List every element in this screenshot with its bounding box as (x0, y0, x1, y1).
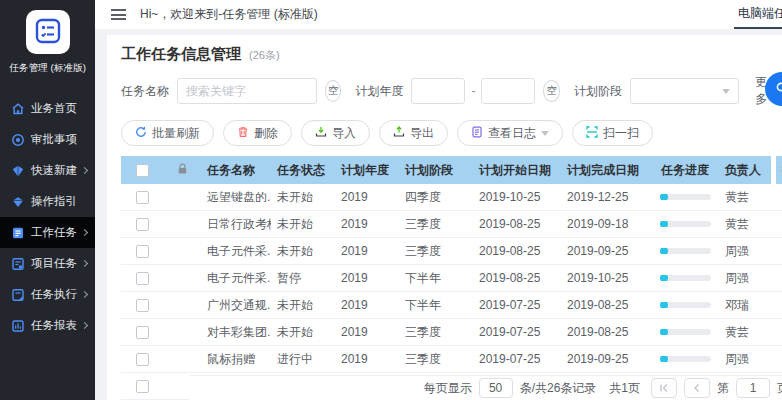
table-row: 对丰彩集团... 未开始 2019 三季度 2019-07-25 2019-08… (121, 319, 782, 346)
scan-icon (586, 126, 598, 141)
cell-action: 完成 (776, 243, 782, 260)
header-owner[interactable]: 负责人 (719, 162, 771, 179)
export-button[interactable]: 导出 (379, 120, 448, 146)
cell-status: 暂停 (271, 270, 335, 287)
sidebar-item-label: 快速新建 (31, 163, 77, 178)
row-select-cell (121, 353, 163, 366)
progress-dot (660, 275, 668, 281)
sidebar-nav: 业务首页 审批事项 快速新建 操作指引 (0, 93, 95, 341)
sidebar-logo-area: 任务管理 (标准版) (0, 0, 95, 83)
clear-task-name-button[interactable]: 空 (325, 80, 341, 102)
row-checkbox[interactable] (136, 380, 149, 393)
batch-refresh-button[interactable]: 批量刷新 (121, 120, 214, 146)
cell-action: 完成 (776, 297, 782, 314)
row-select-cell (121, 299, 163, 312)
sidebar-item-quick-create[interactable]: 快速新建 (0, 155, 95, 186)
clear-plan-year-button[interactable]: 空 (543, 80, 559, 102)
cell-year: 2019 (335, 298, 399, 312)
header-task-name[interactable]: 任务名称 (201, 162, 271, 179)
per-page-input[interactable] (479, 378, 513, 398)
plan-year-end-input[interactable] (481, 78, 535, 104)
plan-stage-select[interactable] (630, 78, 739, 104)
table-row: 鼠标捐赠 进行中 2019 三季度 2019-07-25 2019-09-25 … (121, 346, 782, 373)
cell-year: 2019 (335, 271, 399, 285)
row-checkbox[interactable] (136, 272, 149, 285)
header-progress[interactable]: 任务进度 (655, 162, 719, 179)
cell-task-name[interactable]: 日常行政考核 (201, 216, 271, 233)
tab-pc-task[interactable]: 电脑端任务 (734, 0, 782, 29)
cell-action: 完成 (776, 216, 782, 233)
header-plan-stage[interactable]: 计划阶段 (399, 162, 473, 179)
header-plan-year[interactable]: 计划年度 (335, 162, 399, 179)
cell-end-date: 2019-09-25 (561, 352, 655, 366)
prev-page-button[interactable] (684, 378, 710, 398)
cell-stage: 三季度 (399, 351, 473, 368)
page-suffix-label: 页 (777, 380, 782, 397)
row-checkbox[interactable] (136, 326, 149, 339)
delete-label: 删除 (254, 125, 278, 142)
cell-progress (655, 329, 719, 335)
topbar: Hi~，欢迎来到-任务管理 (标准版) 电脑端任务 (95, 0, 782, 30)
cell-start-date: 2019-08-25 (473, 244, 561, 258)
sidebar-item-guide[interactable]: 操作指引 (0, 186, 95, 217)
header-select-cell (121, 164, 163, 177)
table-body: 远望键盘的... 未开始 2019 四季度 2019-10-25 2019-12… (121, 184, 782, 400)
view-log-button[interactable]: 查看日志 (457, 120, 563, 146)
current-page-input[interactable] (736, 378, 770, 398)
refresh-icon (135, 126, 147, 141)
table-row: 远望键盘的... 未开始 2019 四季度 2019-10-25 2019-12… (121, 184, 782, 211)
task-name-input[interactable] (177, 78, 317, 104)
cell-progress (655, 356, 719, 362)
cell-year: 2019 (335, 217, 399, 231)
welcome-text: Hi~，欢迎来到-任务管理 (标准版) (140, 6, 318, 23)
log-document-icon (471, 126, 483, 141)
chevron-right-icon (81, 322, 88, 329)
row-checkbox[interactable] (136, 191, 149, 204)
row-checkbox[interactable] (136, 245, 149, 258)
cell-task-name[interactable]: 远望键盘的... (201, 189, 271, 206)
cell-task-name[interactable]: 对丰彩集团... (201, 324, 271, 341)
header-task-status[interactable]: 任务状态 (271, 162, 335, 179)
cell-stage: 四季度 (399, 189, 473, 206)
cell-end-date: 2019-09-25 (561, 244, 655, 258)
task-exec-icon (11, 288, 25, 302)
sidebar-item-project-tasks[interactable]: 项目任务 (0, 248, 95, 279)
cell-year: 2019 (335, 244, 399, 258)
header-start-date[interactable]: 计划开始日期 (473, 162, 561, 179)
cell-action: 完成 (776, 324, 782, 341)
row-checkbox[interactable] (136, 218, 149, 231)
task-report-icon (11, 319, 25, 333)
row-checkbox[interactable] (136, 299, 149, 312)
cell-stage: 下半年 (399, 270, 473, 287)
title-row: 工作任务信息管理 (26条) (121, 45, 782, 64)
first-page-button[interactable] (651, 378, 677, 398)
sidebar-item-task-reports[interactable]: 任务报表 (0, 310, 95, 341)
first-page-icon (659, 381, 669, 396)
row-checkbox[interactable] (136, 353, 149, 366)
plan-year-start-input[interactable] (411, 78, 465, 104)
cell-action: 完成 (776, 189, 782, 206)
sidebar-item-task-execution[interactable]: 任务执行 (0, 279, 95, 310)
delete-button[interactable]: 删除 (223, 120, 292, 146)
plan-year-label: 计划年度 (355, 83, 403, 100)
cell-task-name[interactable]: 电子元件采... (201, 243, 271, 260)
cell-start-date: 2019-08-25 (473, 217, 561, 231)
cell-stage: 三季度 (399, 243, 473, 260)
sidebar-item-business-home[interactable]: 业务首页 (0, 93, 95, 124)
cell-start-date: 2019-10-25 (473, 190, 561, 204)
page-title: 工作任务信息管理 (121, 45, 241, 64)
header-end-date[interactable]: 计划完成日期 (561, 162, 655, 179)
sidebar-item-work-tasks[interactable]: 工作任务 (0, 217, 95, 248)
scan-button[interactable]: 扫一扫 (572, 120, 653, 146)
cell-task-name[interactable]: 电子元件采... (201, 270, 271, 287)
sidebar-item-approval[interactable]: 审批事项 (0, 124, 95, 155)
scan-label: 扫一扫 (603, 125, 639, 142)
cell-task-name[interactable]: 鼠标捐赠 (201, 351, 271, 368)
cell-task-name[interactable]: 广州交通规... (201, 297, 271, 314)
app-logo (26, 10, 70, 54)
import-button[interactable]: 导入 (301, 120, 370, 146)
hamburger-menu-icon[interactable] (111, 9, 126, 20)
header-action[interactable]: 操作 (776, 162, 782, 179)
export-icon (393, 126, 405, 141)
select-all-checkbox[interactable] (136, 164, 149, 177)
